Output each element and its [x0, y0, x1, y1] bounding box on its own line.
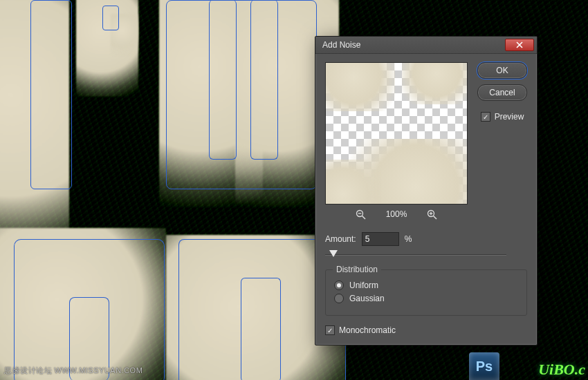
cancel-label: Cancel — [489, 88, 515, 97]
monochromatic-label: Monochromatic — [339, 325, 396, 335]
checkbox-icon: ✓ — [325, 325, 335, 335]
amount-value: 5 — [365, 234, 370, 244]
radio-icon — [334, 281, 344, 290]
zoom-level: 100% — [386, 209, 407, 219]
ps-logo: Ps — [469, 352, 499, 380]
cancel-button[interactable]: Cancel — [477, 84, 527, 101]
dialog-title: Add Noise — [322, 40, 360, 50]
svg-line-4 — [433, 216, 437, 219]
amount-label: Amount: — [325, 234, 356, 244]
close-button[interactable] — [505, 39, 534, 51]
distribution-group: Distribution Uniform Gaussian — [325, 269, 527, 316]
amount-slider[interactable] — [325, 249, 506, 260]
close-icon — [516, 41, 523, 48]
checkbox-icon: ✓ — [481, 112, 490, 122]
zoom-in-icon[interactable] — [426, 209, 437, 220]
preview-toggle[interactable]: ✓ Preview — [481, 112, 524, 122]
distribution-title: Distribution — [333, 265, 381, 274]
watermark-right: UiBO.c — [538, 361, 585, 379]
amount-unit: % — [405, 234, 412, 244]
add-noise-dialog: Add Noise 100% — [315, 36, 538, 345]
preview-thumbnail[interactable] — [325, 62, 468, 205]
watermark-left: 思缘设计论坛 WWW.MISSYUAN.COM — [4, 365, 143, 376]
slider-track — [325, 254, 506, 256]
radio-uniform[interactable]: Uniform — [334, 281, 518, 290]
preview-label: Preview — [495, 112, 524, 122]
ok-label: OK — [496, 66, 508, 75]
monochromatic-toggle[interactable]: ✓ Monochromatic — [325, 325, 527, 335]
gaussian-label: Gaussian — [349, 294, 385, 303]
amount-input[interactable]: 5 — [362, 232, 399, 246]
zoom-out-icon[interactable] — [356, 209, 367, 220]
radio-icon — [334, 294, 344, 303]
slider-thumb[interactable] — [329, 250, 338, 257]
uniform-label: Uniform — [349, 281, 378, 290]
radio-gaussian[interactable]: Gaussian — [334, 294, 518, 303]
dialog-titlebar[interactable]: Add Noise — [315, 37, 537, 54]
ok-button[interactable]: OK — [477, 62, 527, 79]
svg-line-1 — [362, 216, 366, 219]
